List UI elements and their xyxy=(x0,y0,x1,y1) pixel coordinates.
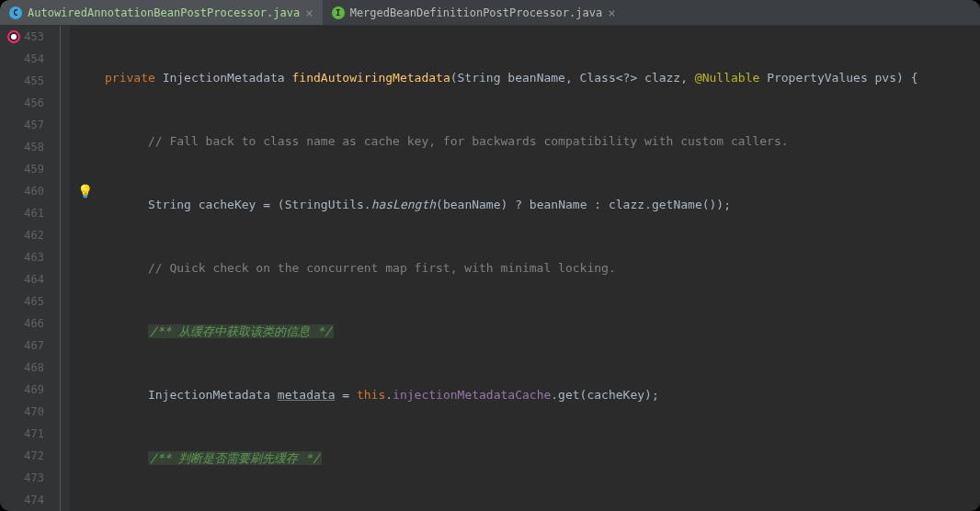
close-icon[interactable]: × xyxy=(608,6,615,19)
fold-column xyxy=(51,26,70,511)
hint-cell xyxy=(70,202,99,224)
line-number: 466 xyxy=(0,312,44,335)
line-number: 460 xyxy=(0,180,44,202)
target-icon xyxy=(7,30,20,43)
line-number: 467 xyxy=(0,335,44,357)
close-icon[interactable]: × xyxy=(305,6,313,19)
hint-cell xyxy=(70,423,99,445)
hint-cell xyxy=(70,290,99,312)
code-line: String cacheKey = (StringUtils.hasLength… xyxy=(105,194,980,216)
hint-cell xyxy=(70,335,99,357)
java-class-icon: C xyxy=(9,6,22,19)
code-line: /** 判断是否需要刷先缓存 */ xyxy=(105,448,980,470)
code-line: private InjectionMetadata findAutowiring… xyxy=(105,67,980,89)
line-number: 463 xyxy=(0,246,44,268)
tab-autowired[interactable]: C AutowiredAnnotationBeanPostProcessor.j… xyxy=(0,0,323,25)
line-number: 457 xyxy=(0,114,44,136)
line-number: 462 xyxy=(0,224,44,246)
code-line: InjectionMetadata metadata = this.inject… xyxy=(105,384,980,406)
ide-window: C AutowiredAnnotationBeanPostProcessor.j… xyxy=(0,0,980,511)
hint-cell xyxy=(70,379,99,401)
line-number: 469 xyxy=(0,379,44,401)
code-line: /** 从缓存中获取该类的信息 */ xyxy=(105,321,980,343)
hint-cell xyxy=(70,26,99,48)
line-number: 464 xyxy=(0,268,44,290)
line-number: 465 xyxy=(0,290,44,312)
line-number: 473 xyxy=(0,467,44,489)
tab-bar: C AutowiredAnnotationBeanPostProcessor.j… xyxy=(0,0,980,26)
line-number: 454 xyxy=(0,48,44,70)
line-number: 474 xyxy=(0,489,44,511)
line-number: 455 xyxy=(0,70,44,92)
hint-cell xyxy=(70,70,99,92)
hint-cell xyxy=(70,136,99,158)
tab-label: AutowiredAnnotationBeanPostProcessor.jav… xyxy=(28,6,300,19)
hint-cell xyxy=(70,268,99,290)
hint-cell xyxy=(70,246,99,268)
hint-cell xyxy=(70,92,99,114)
line-number: 472 xyxy=(0,445,44,467)
line-number: 470 xyxy=(0,401,44,423)
line-number: 458 xyxy=(0,136,44,158)
line-number: 456 xyxy=(0,92,44,114)
hint-cell xyxy=(70,312,99,335)
hint-cell xyxy=(70,489,99,511)
hint-cell xyxy=(70,48,99,70)
hint-cell xyxy=(70,467,99,489)
code-line: // Fall back to class name as cache key,… xyxy=(105,131,980,153)
hint-column: 💡 xyxy=(70,26,99,511)
editor-area[interactable]: 4534544554564574584594604614624634644654… xyxy=(0,26,980,511)
hint-cell xyxy=(70,445,99,467)
code-line: // Quick check on the concurrent map fir… xyxy=(105,257,980,279)
line-number: 459 xyxy=(0,158,44,180)
code-body[interactable]: private InjectionMetadata findAutowiring… xyxy=(99,26,980,511)
hint-cell xyxy=(70,401,99,423)
hint-cell xyxy=(70,357,99,379)
line-number: 461 xyxy=(0,202,44,224)
tab-merged[interactable]: I MergedBeanDefinitionPostProcessor.java… xyxy=(323,0,625,25)
line-number: 453 xyxy=(0,26,44,48)
java-interface-icon: I xyxy=(332,6,345,19)
hint-cell xyxy=(70,158,99,180)
lightbulb-icon[interactable]: 💡 xyxy=(77,180,93,202)
hint-cell xyxy=(70,114,99,136)
line-number: 468 xyxy=(0,357,44,379)
line-number-gutter: 4534544554564574584594604614624634644654… xyxy=(0,26,51,511)
line-number: 471 xyxy=(0,423,44,445)
hint-cell xyxy=(70,224,99,246)
tab-label: MergedBeanDefinitionPostProcessor.java xyxy=(350,6,603,19)
hint-cell: 💡 xyxy=(70,180,99,202)
